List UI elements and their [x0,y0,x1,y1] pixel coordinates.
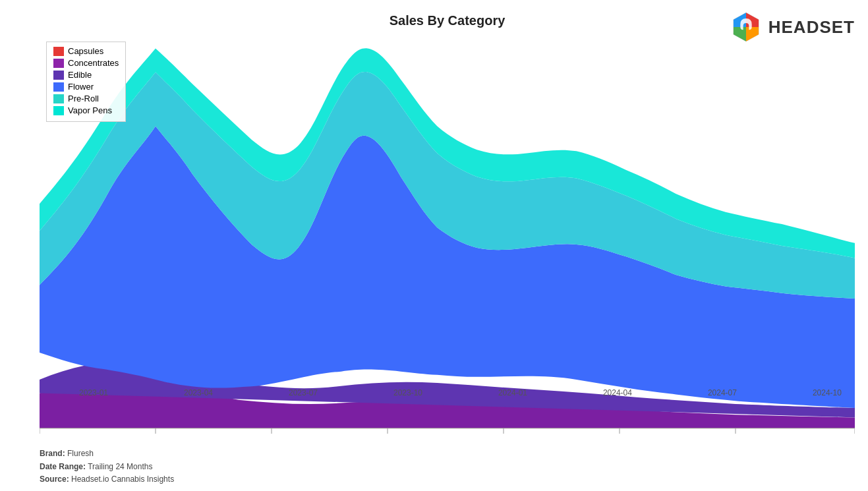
legend-color-concentrates [53,59,64,68]
legend-color-edible [53,71,64,80]
footer-source: Source: Headset.io Cannabis Insights [40,473,174,486]
x-axis-labels: 2023-01 2023-04 2023-07 2023-10 2024-01 … [79,388,842,397]
x-label-4: 2024-01 [498,388,527,397]
legend-color-capsules [53,47,64,56]
legend-label-edible: Edible [68,70,92,80]
x-label-2: 2023-07 [289,388,318,397]
footer-date-range-label: Date Range: [40,462,86,471]
legend-color-preroll [53,94,64,103]
x-label-3: 2023-10 [393,388,422,397]
legend-color-vaporpens [53,106,64,115]
legend-item-preroll: Pre-Roll [53,94,119,103]
x-label-0: 2023-01 [79,388,108,397]
legend-label-vaporpens: Vapor Pens [68,105,112,115]
footer-brand-value: Fluresh [67,449,94,458]
legend-item-edible: Edible [53,70,119,80]
footer-source-label: Source: [40,475,69,484]
legend-color-flower [53,82,64,92]
area-chart [40,35,855,434]
legend-label-concentrates: Concentrates [68,58,119,68]
x-label-6: 2024-07 [708,388,737,397]
legend-label-capsules: Capsules [68,46,103,56]
legend-item-vaporpens: Vapor Pens [53,105,119,115]
legend-item-capsules: Capsules [53,46,119,56]
legend-item-flower: Flower [53,82,119,92]
footer-info: Brand: Fluresh Date Range: Trailing 24 M… [40,448,174,486]
x-label-1: 2023-04 [184,388,213,397]
chart-legend: Capsules Concentrates Edible Flower Pre-… [46,42,126,122]
chart-container: Sales By Category HEADSET Capsules C [0,0,868,491]
legend-label-preroll: Pre-Roll [68,94,99,103]
chart-area: Capsules Concentrates Edible Flower Pre-… [40,35,855,434]
footer-date-range: Date Range: Trailing 24 Months [40,461,174,473]
x-label-5: 2024-04 [603,388,632,397]
legend-item-concentrates: Concentrates [53,58,119,68]
footer-brand: Brand: Fluresh [40,448,174,460]
headset-logo-text: HEADSET [768,17,855,38]
legend-label-flower: Flower [68,82,94,92]
footer-date-range-value: Trailing 24 Months [88,462,152,471]
footer-brand-label: Brand: [40,449,65,458]
x-label-7: 2024-10 [813,388,842,397]
footer-source-value: Headset.io Cannabis Insights [71,475,174,484]
